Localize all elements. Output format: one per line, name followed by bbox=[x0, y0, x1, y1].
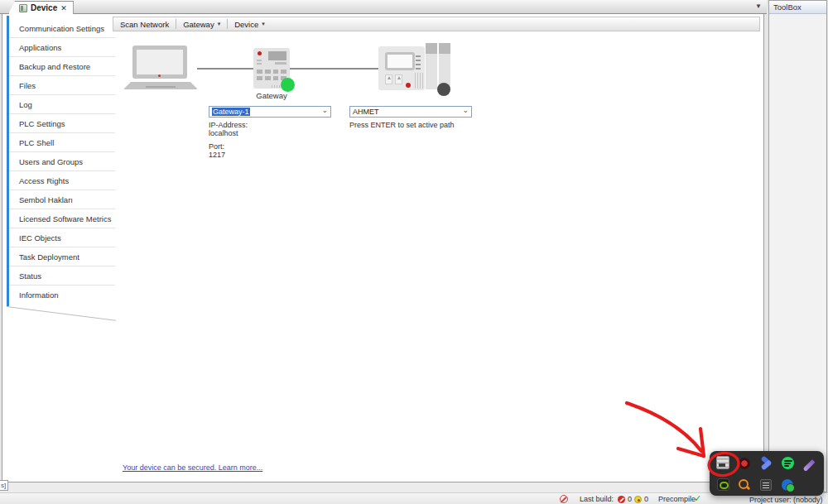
laptop-icon bbox=[132, 46, 187, 79]
gateway-display-line bbox=[275, 62, 286, 65]
sidebar-item-task-deployment[interactable]: Task Deployment bbox=[7, 247, 115, 266]
project-user-label: Project user: (nobody) bbox=[749, 496, 823, 504]
sidebar-item-users-and-groups[interactable]: Users and Groups bbox=[7, 152, 115, 171]
gateway-led-dot bbox=[258, 51, 262, 55]
codesys-gateway-tray-icon[interactable] bbox=[716, 456, 729, 469]
document-tab-bar: Device ✕ ▼ bbox=[0, 0, 767, 14]
chevron-down-icon: ⌄ bbox=[462, 106, 469, 114]
lower-strip bbox=[0, 482, 768, 492]
plc-screen bbox=[385, 52, 415, 70]
sidebar-item-backup-and-restore[interactable]: Backup and Restore bbox=[7, 57, 115, 76]
plc-connector bbox=[395, 74, 402, 84]
precompile-label: Precompile bbox=[658, 495, 696, 503]
error-count-icon bbox=[618, 496, 625, 503]
gateway-caption: Gateway bbox=[245, 91, 298, 100]
messenger-blue-tray-icon[interactable] bbox=[760, 457, 773, 469]
laptop-base bbox=[123, 82, 198, 89]
gateway-menu-button[interactable]: Gateway ▾ bbox=[176, 17, 227, 31]
sidebar-item-applications[interactable]: Applications bbox=[7, 38, 115, 57]
ip-address-value: localhost bbox=[209, 129, 238, 138]
offline-icon bbox=[560, 495, 568, 503]
communication-toolbar: Scan Network Gateway ▾ Device ▾ bbox=[113, 17, 760, 31]
nvidia-tray-icon[interactable] bbox=[717, 478, 729, 491]
warning-count: 0 bbox=[644, 495, 648, 503]
gateway-menu-label: Gateway bbox=[183, 20, 214, 29]
sidebar-item-files[interactable]: Files bbox=[7, 76, 115, 95]
active-path-hint: Press ENTER to set active path bbox=[349, 121, 455, 130]
plc-status-dot-gray bbox=[437, 83, 450, 96]
sidebar-item-plc-shell[interactable]: PLC Shell bbox=[7, 133, 115, 152]
search-orange-tray-icon[interactable] bbox=[738, 478, 751, 492]
cloud-sync-tray-icon[interactable] bbox=[782, 479, 793, 491]
plc-module bbox=[426, 43, 437, 89]
recorder-red-tray-icon[interactable] bbox=[739, 458, 750, 469]
codesys-window: Device ✕ ▼ ToolBox Communication Setting… bbox=[0, 0, 828, 504]
gateway-select[interactable]: Gateway-1 ⌄ bbox=[209, 106, 331, 118]
chevron-down-icon: ▾ bbox=[262, 21, 265, 27]
plc-device-icon[interactable] bbox=[378, 46, 425, 90]
laptop-webcam-dot bbox=[158, 74, 161, 77]
error-count: 0 bbox=[628, 495, 632, 503]
last-build-label: Last build: bbox=[580, 495, 614, 503]
gateway-select-value: Gateway-1 bbox=[212, 108, 250, 116]
scan-network-button[interactable]: Scan Network bbox=[113, 17, 176, 31]
spotify-tray-icon[interactable] bbox=[782, 457, 794, 469]
server-list-tray-icon[interactable] bbox=[760, 479, 772, 491]
tab-overflow-arrow-icon[interactable]: ▼ bbox=[755, 2, 762, 10]
partial-text-fragment: s] bbox=[0, 480, 8, 491]
plc-led-dot bbox=[406, 83, 411, 88]
close-icon[interactable]: ✕ bbox=[60, 4, 67, 12]
sidebar-item-sembol-haklari[interactable]: Sembol Hakları bbox=[7, 190, 115, 209]
active-path-select-value: AHMET bbox=[353, 108, 379, 116]
gateway-plc-connection-line bbox=[290, 68, 379, 70]
toolbox-panel: ToolBox bbox=[768, 0, 827, 492]
laptop-gateway-connection-line bbox=[197, 68, 254, 70]
warning-count-icon bbox=[634, 496, 642, 503]
scan-network-label: Scan Network bbox=[120, 20, 169, 29]
sidebar-accent-bar bbox=[7, 16, 9, 306]
tab-device[interactable]: Device ✕ bbox=[8, 1, 74, 14]
sidebar-item-access-rights[interactable]: Access Rights bbox=[7, 171, 115, 190]
device-security-link[interactable]: Your device can be secured. Learn more..… bbox=[123, 463, 262, 472]
plc-stripes bbox=[415, 73, 423, 89]
port-value: 1217 bbox=[209, 151, 225, 160]
status-bar: Last build: 0 0 Precompile ✓ Project use… bbox=[0, 492, 828, 504]
device-icon bbox=[19, 4, 27, 12]
device-settings-sidebar: Communication Settings Applications Back… bbox=[7, 16, 115, 320]
sidebar-item-information[interactable]: Information bbox=[7, 286, 115, 305]
plc-dots bbox=[416, 53, 421, 70]
chevron-down-icon: ▾ bbox=[218, 21, 221, 27]
plc-connector bbox=[385, 74, 392, 84]
device-menu-label: Device bbox=[234, 20, 258, 29]
active-path-select[interactable]: AHMET ⌄ bbox=[349, 106, 472, 118]
tab-label: Device bbox=[31, 3, 57, 12]
chevron-down-icon: ⌄ bbox=[321, 106, 328, 114]
sidebar-item-plc-settings[interactable]: PLC Settings bbox=[7, 114, 115, 133]
gateway-terminal-row bbox=[257, 70, 286, 74]
sidebar-item-log[interactable]: Log bbox=[7, 95, 115, 114]
pen-purple-tray-icon[interactable] bbox=[803, 459, 816, 472]
gateway-status-dot-green bbox=[281, 78, 295, 92]
precompile-check-icon: ✓ bbox=[694, 493, 701, 504]
sidebar-item-status[interactable]: Status bbox=[7, 266, 115, 286]
sidebar-item-iec-objects[interactable]: IEC Objects bbox=[7, 228, 115, 247]
system-tray-popup bbox=[710, 451, 824, 496]
toolbox-title: ToolBox bbox=[769, 1, 826, 14]
sidebar-item-communication-settings[interactable]: Communication Settings bbox=[7, 19, 115, 38]
device-menu-button[interactable]: Device ▾ bbox=[228, 17, 272, 31]
sidebar-item-licensed-software-metrics[interactable]: Licensed Software Metrics bbox=[7, 209, 115, 228]
gateway-vents bbox=[257, 58, 262, 65]
gateway-display bbox=[268, 51, 286, 60]
